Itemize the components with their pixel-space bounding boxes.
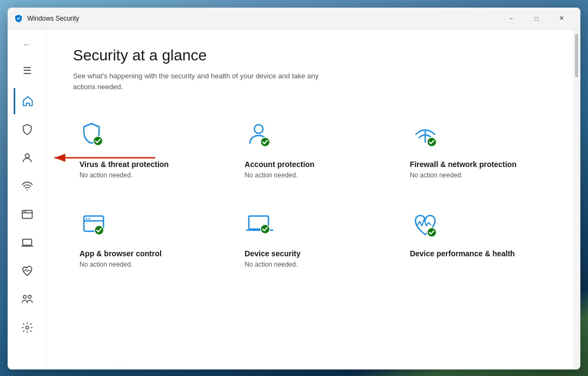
close-button[interactable]: ✕ xyxy=(549,10,574,27)
card-title-browser: App & browser control xyxy=(79,249,210,258)
card-title-account: Account protection xyxy=(244,159,375,169)
browser-icon xyxy=(21,208,33,220)
sidebar-item-home[interactable] xyxy=(14,88,40,114)
svg-point-7 xyxy=(23,295,26,299)
main-content: Security at a glance See what's happenin… xyxy=(47,29,573,369)
card-status-browser: No action needed. xyxy=(79,261,210,268)
device-security-svg xyxy=(244,209,275,240)
card-virus[interactable]: Virus & threat protection No action need… xyxy=(73,114,216,186)
card-icon-virus xyxy=(79,120,112,153)
security-grid: Virus & threat protection No action need… xyxy=(73,114,547,275)
account-svg xyxy=(244,120,275,151)
card-health[interactable]: Device performance & health xyxy=(403,203,547,275)
minimize-button[interactable]: − xyxy=(499,10,524,27)
wifi-icon xyxy=(21,180,33,192)
card-account[interactable]: Account protection No action needed. xyxy=(238,114,381,186)
sidebar-item-health[interactable] xyxy=(14,258,40,284)
card-title-device-security: Device security xyxy=(244,249,375,258)
svg-point-12 xyxy=(254,125,263,133)
back-button[interactable]: ← xyxy=(16,34,38,56)
page-subtitle: See what's happening with the security a… xyxy=(73,71,334,92)
scrollbar-thumb[interactable] xyxy=(575,34,578,77)
browser-svg xyxy=(79,209,110,240)
window-controls: − □ ✕ xyxy=(499,10,574,27)
person-icon xyxy=(21,152,33,164)
scrollbar-track[interactable] xyxy=(573,29,580,369)
maximize-button[interactable]: □ xyxy=(524,10,549,27)
svg-point-8 xyxy=(28,295,31,299)
windows-security-window: Windows Security − □ ✕ ← ☰ xyxy=(8,8,580,369)
sidebar-item-settings[interactable] xyxy=(14,315,40,341)
sidebar: ← ☰ xyxy=(8,29,47,369)
card-device-security[interactable]: Device security No action needed. xyxy=(238,203,381,275)
card-icon-browser xyxy=(79,209,112,242)
sidebar-item-device-security[interactable] xyxy=(14,230,40,256)
family-icon xyxy=(21,293,33,305)
svg-rect-6 xyxy=(22,239,32,245)
card-icon-health xyxy=(410,209,443,242)
hamburger-button[interactable]: ☰ xyxy=(16,60,38,82)
sidebar-item-firewall[interactable] xyxy=(14,173,40,199)
card-title-health: Device performance & health xyxy=(410,249,540,258)
sidebar-item-family[interactable] xyxy=(14,286,40,312)
card-title-virus: Virus & threat protection xyxy=(79,159,210,169)
svg-point-0 xyxy=(25,154,29,158)
svg-point-9 xyxy=(26,326,29,329)
firewall-svg xyxy=(410,120,440,151)
card-browser[interactable]: App & browser control No action needed. xyxy=(73,203,216,275)
window-body: ← ☰ xyxy=(8,29,580,369)
gear-icon xyxy=(21,322,33,334)
virus-shield-svg xyxy=(79,120,110,151)
heart-icon xyxy=(21,265,33,277)
card-title-firewall: Firewall & network protection xyxy=(410,159,540,169)
svg-rect-2 xyxy=(22,211,32,219)
card-status-firewall: No action needed. xyxy=(410,171,540,179)
health-svg xyxy=(410,209,440,240)
card-icon-account xyxy=(244,120,277,153)
card-icon-firewall xyxy=(410,120,443,153)
card-status-virus: No action needed. xyxy=(79,171,210,179)
window-title: Windows Security xyxy=(27,15,499,22)
app-icon xyxy=(14,14,23,23)
card-firewall[interactable]: Firewall & network protection No action … xyxy=(403,114,547,186)
back-icon: ← xyxy=(23,40,32,50)
sidebar-item-browser[interactable] xyxy=(14,201,40,227)
card-status-device-security: No action needed. xyxy=(244,261,375,268)
home-icon xyxy=(22,95,34,107)
card-icon-device-security xyxy=(244,209,277,242)
sidebar-item-virus[interactable] xyxy=(14,116,40,143)
page-title: Security at a glance xyxy=(73,47,547,64)
shield-icon xyxy=(21,124,33,135)
card-status-account: No action needed. xyxy=(244,171,375,179)
hamburger-icon: ☰ xyxy=(23,65,32,77)
sidebar-item-account[interactable] xyxy=(14,145,40,171)
laptop-icon xyxy=(21,237,33,249)
title-bar: Windows Security − □ ✕ xyxy=(8,8,580,29)
